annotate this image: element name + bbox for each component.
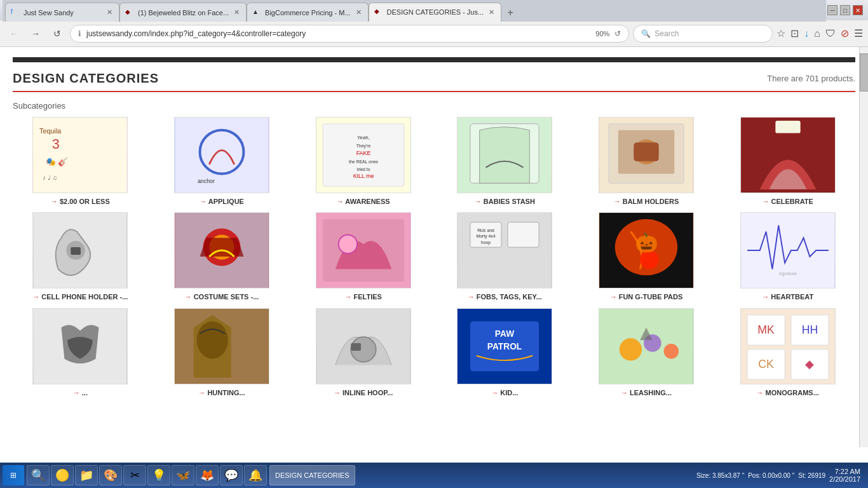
page-title: DESIGN CATEGORIES xyxy=(13,71,159,86)
tab-close-3[interactable]: ✕ xyxy=(355,7,363,18)
category-label-applique: APPLIQUE xyxy=(200,197,244,206)
category-item-leashing[interactable]: LEASHING... xyxy=(579,308,714,397)
category-item-felties[interactable]: FELTIES xyxy=(295,212,431,301)
category-image-row3a xyxy=(32,308,128,384)
category-image-applique: anchor xyxy=(174,117,269,193)
category-item-applique[interactable]: anchor APPLIQUE xyxy=(154,117,290,206)
category-label-row3a: ... xyxy=(73,388,88,397)
taskbar-window-browser[interactable]: DESIGN CATEGORIES xyxy=(269,465,355,473)
svg-rect-51 xyxy=(351,343,361,351)
taskbar-app-paint[interactable]: 🎨 xyxy=(99,465,122,473)
url-bar[interactable]: ℹ justsewsandy.com/index.php?id_category… xyxy=(70,25,629,43)
url-text: justsewsandy.com/index.php?id_category=4… xyxy=(86,29,590,38)
category-item-gtubes[interactable]: 🎃 FUN G-TUBE PADS xyxy=(579,212,714,301)
category-item-heartbeat[interactable]: signature HEARTBEAT xyxy=(720,212,855,301)
category-label-balm: BALM HOLDERS xyxy=(614,197,679,206)
category-image-cellphone xyxy=(32,212,128,288)
taskbar-size-text: Size: 3.85x3.87 " xyxy=(696,472,744,473)
tab-bigcommerce[interactable]: ▲ BigCommerce Pricing - M... ✕ xyxy=(247,3,368,22)
taskbar-app-firefox[interactable]: 🦊 xyxy=(196,465,219,473)
category-item-cellphone[interactable]: CELL PHONE HOLDER -... xyxy=(13,212,148,301)
category-label-cellphone: CELL PHONE HOLDER -... xyxy=(32,292,128,301)
category-label-fobs: FOBS, TAGS, KEY... xyxy=(468,292,542,301)
shield-icon[interactable]: 🛡 xyxy=(825,28,836,39)
taskbar-app-files[interactable]: 📁 xyxy=(75,465,98,473)
toolbar-icons: ☆ ⊡ ↓ ⌂ 🛡 ⊘ ☰ xyxy=(776,27,863,39)
tab-design-categories[interactable]: ◆ DESIGN CATEGORIES - Jus... ✕ xyxy=(369,3,502,22)
taskbar-app-bell[interactable]: 🔔 xyxy=(244,465,267,473)
category-item-inline[interactable]: INLINE HOOP... xyxy=(295,308,431,397)
taskbar-time: 7:22 AM 2/20/2017 xyxy=(829,468,860,473)
category-item-2dollar[interactable]: Tequila 3 🎭 🎸 ♪ ♩ ♫ $2.00 OR LESS xyxy=(13,117,148,206)
category-label-felties: FELTIES xyxy=(344,292,381,301)
subcategories-label: Subcategories xyxy=(13,101,855,111)
category-label-inline: INLINE HOOP... xyxy=(334,388,393,397)
scrollbar-thumb[interactable] xyxy=(860,53,868,92)
svg-rect-27 xyxy=(71,247,81,255)
forward-button[interactable]: → xyxy=(27,25,44,43)
category-item-hunting[interactable]: HUNTING... xyxy=(154,308,290,397)
svg-text:hoop: hoop xyxy=(481,240,491,245)
category-item-row3a[interactable]: ... xyxy=(13,308,148,397)
home-icon[interactable]: ⌂ xyxy=(814,28,820,39)
taskbar-apps: 🔍 🟡 📁 🎨 ✂ 💡 🦋 🦊 💬 🔔 xyxy=(27,465,267,473)
svg-rect-5 xyxy=(175,118,269,193)
category-label-awareness: AWARENESS xyxy=(337,197,390,206)
tab-close-1[interactable]: ✕ xyxy=(105,7,114,18)
taskbar-app-skype[interactable]: 💬 xyxy=(220,465,243,473)
svg-point-33 xyxy=(338,235,357,254)
svg-point-57 xyxy=(620,338,642,360)
taskbar-st-text: St: 26919 xyxy=(798,472,825,473)
category-label-costume: COSTUME SETS -... xyxy=(185,292,259,301)
back-button[interactable]: ← xyxy=(5,25,23,43)
category-item-balm[interactable]: BALM HOLDERS xyxy=(579,117,714,206)
taskbar-app-corel[interactable]: 💡 xyxy=(147,465,170,473)
taskbar-app-search[interactable]: 🔍 xyxy=(27,465,50,473)
reload-icon-url[interactable]: ↺ xyxy=(614,29,621,38)
svg-text:FAKE: FAKE xyxy=(356,150,370,156)
taskbar-right: Size: 3.85x3.87 " Pos: 0.00x0.00 " St: 2… xyxy=(696,468,865,473)
bookmark-star-icon[interactable]: ☆ xyxy=(776,27,785,39)
minimize-button[interactable]: ─ xyxy=(827,5,837,15)
browser-window: f Just Sew Sandy ✕ ◆ (1) Bejeweled Blitz… xyxy=(0,0,868,473)
tab-title-2: (1) Bejeweled Blitz on Face... xyxy=(138,9,229,17)
category-item-monograms[interactable]: MK HH CK ◆ MONOGRAMS... xyxy=(720,308,855,397)
ublock-icon[interactable]: ⊘ xyxy=(841,27,849,39)
taskbar-app-scissors[interactable]: ✂ xyxy=(123,465,146,473)
tab-facebook[interactable]: f Just Sew Sandy ✕ xyxy=(5,3,119,22)
category-label-celebrate: CELEBRATE xyxy=(762,197,813,206)
maximize-button[interactable]: □ xyxy=(840,5,850,15)
category-item-celebrate[interactable]: CELEBRATE xyxy=(720,117,855,206)
search-placeholder: Search xyxy=(654,29,679,38)
start-button[interactable]: ⊞ xyxy=(3,465,24,473)
svg-rect-22 xyxy=(634,142,658,161)
svg-text:signature: signature xyxy=(779,272,797,277)
new-tab-button[interactable]: + xyxy=(501,4,519,22)
category-label-hunting: HUNTING... xyxy=(198,388,245,397)
tab-close-4[interactable]: ✕ xyxy=(487,7,496,18)
category-label-leashing: LEASHING... xyxy=(621,388,672,397)
svg-point-48 xyxy=(197,321,228,358)
close-button[interactable]: ✕ xyxy=(853,5,863,15)
category-item-awareness[interactable]: Yeah, They're FAKE the REAL ones tried t… xyxy=(295,117,431,206)
category-item-fobs[interactable]: Rick and Morty 4x4 hoop FOBS, TAGS, KEY.… xyxy=(437,212,573,301)
tab-bejeweled[interactable]: ◆ (1) Bejeweled Blitz on Face... ✕ xyxy=(119,3,247,22)
svg-text:tried to: tried to xyxy=(356,167,370,172)
category-item-kids[interactable]: PAW PATROL KID... xyxy=(437,308,573,397)
category-image-leashing xyxy=(599,308,694,384)
search-bar[interactable]: 🔍 Search xyxy=(633,25,773,43)
taskbar-app-butterfly[interactable]: 🦋 xyxy=(172,465,194,473)
category-item-costume[interactable]: COSTUME SETS -... xyxy=(154,212,290,301)
page-header: DESIGN CATEGORIES There are 701 products… xyxy=(13,62,855,92)
tab-close-2[interactable]: ✕ xyxy=(233,7,241,18)
taskbar: ⊞ 🔍 🟡 📁 🎨 ✂ 💡 🦋 🦊 💬 🔔 DESIGN CATEGORIES … xyxy=(0,463,868,473)
scrollbar-track xyxy=(859,47,868,447)
category-image-monograms: MK HH CK ◆ xyxy=(740,308,836,384)
menu-icon[interactable]: ☰ xyxy=(854,27,863,39)
category-label-heartbeat: HEARTBEAT xyxy=(762,292,813,301)
reload-button[interactable]: ↺ xyxy=(48,25,66,43)
category-item-babies[interactable]: BABIES STASH xyxy=(437,117,573,206)
reader-icon[interactable]: ⊡ xyxy=(790,27,799,39)
taskbar-app-chrome[interactable]: 🟡 xyxy=(51,465,74,473)
download-icon[interactable]: ↓ xyxy=(804,28,809,39)
